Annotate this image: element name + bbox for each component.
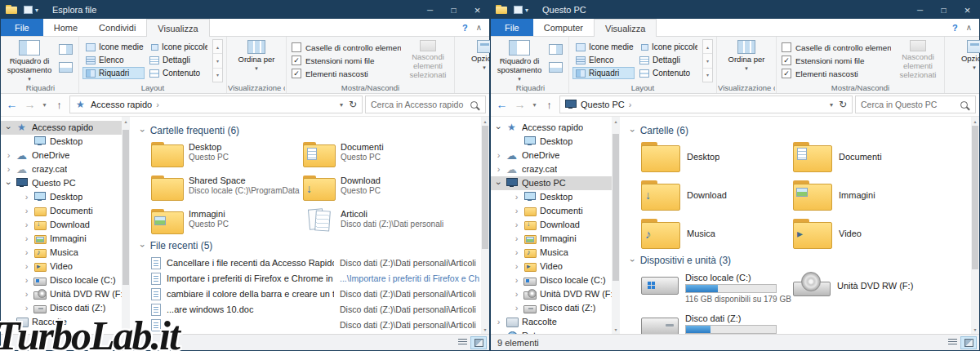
address-bar[interactable]: Accesso rapido › ▾ ↻ <box>69 96 363 113</box>
section-collapse-chevron-icon[interactable]: › <box>138 129 148 132</box>
scroll-down-icon[interactable]: ▾ <box>612 325 620 334</box>
expand-chevron-icon[interactable]: › <box>22 248 31 257</box>
expand-chevron-icon[interactable]: › <box>512 290 521 299</box>
details-pane-button[interactable] <box>546 59 565 75</box>
sidebar-item-accesso-rapido[interactable]: ›Accesso rapido <box>491 121 612 135</box>
sidebar-item-crazy-cat[interactable]: ›crazy.cat <box>491 162 612 176</box>
sidebar-item-disco-z[interactable]: ›Disco dati (Z:) <box>491 301 612 315</box>
breadcrumb-chevron-icon[interactable]: › <box>629 100 632 109</box>
sidebar-item-immagini[interactable]: ›Immagini <box>1 232 122 246</box>
expand-chevron-icon[interactable]: › <box>22 262 31 271</box>
scroll-up-icon[interactable]: ▴ <box>481 117 489 126</box>
back-button[interactable]: ← <box>4 98 20 111</box>
titlebar[interactable]: ▾ Esplora file ─ □ × <box>1 1 489 19</box>
gallery-more-icon[interactable]: ▾ <box>213 69 222 82</box>
layout-elenco[interactable]: Elenco <box>572 54 635 66</box>
sidebar-item-musica[interactable]: ›Musica <box>491 246 612 260</box>
search-box[interactable] <box>855 96 976 113</box>
tab-file[interactable]: File <box>1 19 43 36</box>
gallery-scroll-down-icon[interactable]: ▾ <box>703 54 712 68</box>
folder-tile-download[interactable]: Download <box>641 180 793 210</box>
expand-chevron-icon[interactable]: › <box>4 318 13 327</box>
qat-button-icon[interactable] <box>514 6 523 14</box>
expand-chevron-icon[interactable]: › <box>512 248 521 257</box>
recent-file-row[interactable]: ...are windows 10.docDisco dati (Z:)\Dat… <box>151 304 479 316</box>
sidebar-item-download[interactable]: ›Download <box>491 218 612 232</box>
sidebar-item-disco-z[interactable]: ›Disco dati (Z:) <box>1 301 122 315</box>
sort-by-button[interactable]: Ordina per ▾ <box>720 39 773 82</box>
minimize-button[interactable]: ─ <box>908 1 932 19</box>
checkbox-icon[interactable]: ✓ <box>782 56 791 65</box>
section-header-recent-files[interactable]: › File recenti (5) <box>141 240 479 251</box>
collapse-ribbon-icon[interactable]: ∧ <box>966 23 972 32</box>
sidebar-item-questo-pc[interactable]: ›Questo PC <box>491 176 612 190</box>
checkbox-hidden-items[interactable]: ✓Elementi nascosti <box>782 69 891 78</box>
section-collapse-chevron-icon[interactable]: › <box>138 244 148 247</box>
expand-chevron-icon[interactable]: › <box>4 165 13 174</box>
expand-chevron-icon[interactable]: › <box>512 262 521 271</box>
layout-contenuto[interactable]: Contenuto <box>146 67 208 79</box>
sidebar-item-video[interactable]: ›Video <box>1 260 122 273</box>
breadcrumb[interactable]: Accesso rapido <box>91 100 152 109</box>
collapse-ribbon-icon[interactable]: ∧ <box>476 23 482 32</box>
expand-chevron-icon[interactable]: › <box>494 318 503 327</box>
scrollbar-track[interactable] <box>971 126 979 325</box>
scrollbar-thumb[interactable] <box>482 126 488 249</box>
drive-tile-c[interactable]: Disco locale (C:) 116 GB disponibili su … <box>641 272 793 304</box>
expand-chevron-icon[interactable]: › <box>512 207 521 215</box>
layout-contenuto[interactable]: Contenuto <box>636 67 698 79</box>
layout-icone-medie[interactable]: Icone medie <box>82 41 145 53</box>
refresh-icon[interactable]: ↻ <box>839 99 847 110</box>
gallery-scroll-up-icon[interactable]: ▴ <box>703 40 712 54</box>
expand-chevron-icon[interactable]: › <box>494 165 503 174</box>
expand-chevron-icon[interactable]: › <box>22 234 31 243</box>
sidebar-item-raccolte[interactable]: ›Raccolte <box>1 315 122 329</box>
breadcrumb[interactable]: Questo PC <box>581 100 625 109</box>
qat-customize-chevron-icon[interactable]: ▾ <box>35 7 38 14</box>
folder-tile-documenti[interactable]: Documenti <box>793 142 945 171</box>
scroll-up-icon[interactable]: ▴ <box>122 117 130 126</box>
details-view-button[interactable] <box>454 336 470 349</box>
checkbox-icon[interactable] <box>782 42 791 52</box>
checkbox-icon[interactable]: ✓ <box>782 69 791 78</box>
sidebar-item-download[interactable]: ›Download <box>1 218 122 232</box>
folder-tile-video[interactable]: Video <box>793 219 945 248</box>
sidebar-item-crazy-cat[interactable]: ›crazy.cat <box>1 162 122 176</box>
tab-home[interactable]: Home <box>43 19 88 36</box>
details-pane-button[interactable] <box>56 59 75 75</box>
frequent-tile-articoli[interactable]: ArticoliDisco dati (Z:)\Dati personali <box>303 209 455 233</box>
expand-chevron-icon[interactable]: › <box>512 193 521 202</box>
close-button[interactable]: × <box>956 1 979 19</box>
layout-icone-piccole[interactable]: Icone piccole <box>636 41 698 53</box>
expand-chevron-icon[interactable]: › <box>4 179 13 188</box>
breadcrumb-chevron-icon[interactable]: › <box>156 100 159 109</box>
layout-icone-medie[interactable]: Icone medie <box>572 41 635 53</box>
forward-button[interactable]: → <box>22 98 38 111</box>
expand-chevron-icon[interactable]: › <box>512 304 521 313</box>
drive-tile-z[interactable]: Disco dati (Z:) 303 GB disponibili su 41… <box>641 313 793 334</box>
sidebar-item-accesso-rapido[interactable]: ›Accesso rapido <box>1 121 122 135</box>
frequent-tile-immagini[interactable]: ImmaginiQuesto PC <box>151 209 303 233</box>
expand-chevron-icon[interactable]: › <box>494 123 503 132</box>
frequent-tile-desktop[interactable]: DesktopQuesto PC <box>151 142 303 167</box>
folder-tile-musica[interactable]: Musica <box>641 219 793 248</box>
section-header-devices[interactable]: › Dispositivi e unità (3) <box>631 255 969 266</box>
checkbox-hidden-items[interactable]: ✓Elementi nascosti <box>292 69 401 78</box>
scrollbar-track[interactable] <box>481 126 489 325</box>
sidebar-item-documenti[interactable]: ›Documenti <box>1 204 122 218</box>
gallery-more-icon[interactable]: ▾ <box>703 69 712 82</box>
sidebar-scrollbar[interactable]: ▴ ▾ <box>122 117 130 334</box>
recent-file-row[interactable]: cambiare il colore della barra e creare … <box>151 288 479 300</box>
details-view-button[interactable] <box>944 336 960 349</box>
expand-chevron-icon[interactable]: › <box>22 276 31 285</box>
expand-chevron-icon[interactable]: › <box>4 123 13 132</box>
nav-pane-button[interactable]: Riquadro di spostamento ▾ <box>6 39 53 82</box>
sidebar-item-desktop[interactable]: ›Desktop <box>491 190 612 204</box>
titlebar[interactable]: ▾ Questo PC ─ □ × <box>491 1 979 19</box>
expand-chevron-icon[interactable]: › <box>22 304 31 313</box>
minimize-button[interactable]: ─ <box>418 1 442 19</box>
preview-pane-button[interactable] <box>56 41 75 57</box>
expand-chevron-icon[interactable]: › <box>512 220 521 229</box>
scroll-down-icon[interactable]: ▾ <box>971 325 979 334</box>
search-input[interactable] <box>371 100 467 109</box>
